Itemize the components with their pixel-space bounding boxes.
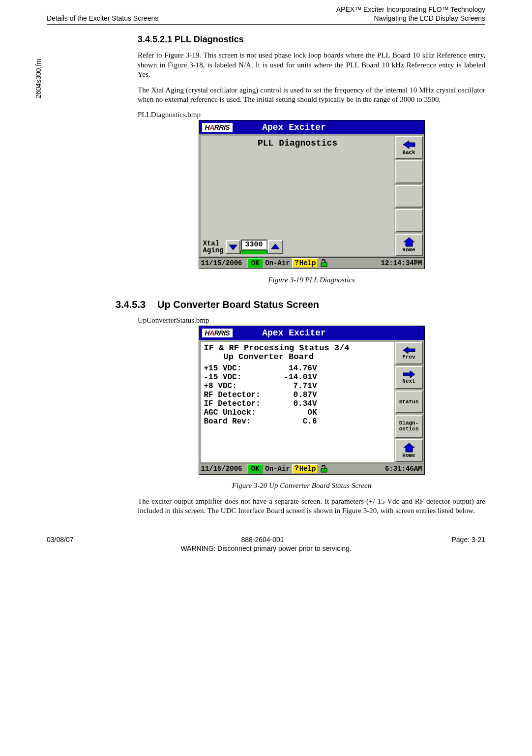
footer-page: Page: 3-21 (452, 536, 486, 544)
status-value: OK (273, 408, 317, 417)
lock-indicator (318, 465, 329, 473)
xtal-value[interactable]: 3300 (241, 240, 267, 250)
side-button-empty-3[interactable] (395, 209, 423, 232)
header-left: Details of the Exciter Status Screens (47, 14, 158, 23)
unlock-icon (319, 259, 328, 267)
svg-marker-6 (403, 371, 415, 378)
xtal-label-2: Aging (203, 247, 224, 254)
harris-logo: HARRIS (202, 123, 233, 132)
lcd-status-bar: 11/15/2006 OK On-Air ?Help 6:31:46AM (199, 463, 424, 474)
status-value: C.6 (273, 417, 317, 426)
status-value: 0.87V (273, 391, 317, 399)
help-button[interactable]: ?Help (292, 464, 319, 474)
status-value: 0.34V (273, 399, 317, 408)
lcd-screenshot-upconv: HARRIS Apex Exciter IF & RF Processing S… (199, 326, 425, 475)
arrow-down-icon (229, 243, 237, 251)
lcd-main-area: IF & RF Processing Status 3/4 Up Convert… (201, 342, 394, 462)
figure-caption-19: Figure 3-19 PLL Diagnostics (138, 276, 485, 284)
lcd-titlebar: HARRIS Apex Exciter (199, 121, 424, 134)
section-heading-upconv: 3.4.5.3Up Converter Board Status Screen (116, 299, 485, 310)
status-value: 14.76V (273, 364, 317, 373)
lcd-status-bar: 11/15/2006 OK On-Air ?Help 12:14:34PM (199, 257, 424, 269)
bmp-filename-1: PLLDiagnostics.bmp (138, 111, 485, 119)
arrow-left-icon (402, 346, 416, 354)
svg-rect-4 (321, 263, 327, 267)
arrow-left-icon (402, 140, 416, 150)
status-row: +8 VDC:7.71V (204, 382, 394, 391)
svg-marker-2 (403, 141, 415, 149)
lcd-app-title: Apex Exciter (262, 328, 326, 338)
status-label: -15 VDC: (204, 373, 273, 382)
xtal-aging-control: Xtal Aging 3300 (203, 240, 283, 254)
prev-button[interactable]: Prev (395, 342, 423, 364)
lcd-app-title: Apex Exciter (262, 122, 326, 132)
arrow-up-icon (271, 243, 280, 251)
status-row: Board Rev:C.6 (204, 417, 394, 426)
figure-caption-20: Figure 3-20 Up Converter Board Status Sc… (118, 482, 485, 490)
status-row: RF Detector:0.87V (204, 391, 394, 399)
status-row: -15 VDC:-14.01V (204, 373, 394, 382)
svg-marker-0 (229, 245, 237, 250)
page-header: Details of the Exciter Status Screens AP… (47, 5, 485, 25)
svg-marker-7 (404, 443, 414, 452)
status-value: 7.71V (273, 382, 317, 391)
lcd-screen-title-line2: Up Converter Board (201, 352, 394, 362)
section-heading-pll: 3.4.5.2.1 PLL Diagnostics (138, 34, 485, 45)
lock-indicator (318, 259, 329, 267)
side-button-empty-1[interactable] (395, 160, 423, 183)
bmp-filename-2: UpConverterStatus.bmp (138, 316, 485, 325)
para-pll-2: The Xtal Aging (crystal oscillator aging… (138, 86, 485, 105)
home-icon (403, 443, 415, 453)
status-label: +15 VDC: (204, 364, 273, 373)
footer-docnum: 888-2604-001 (241, 536, 284, 544)
lcd-screen-title: PLL Diagnostics (201, 136, 394, 148)
next-button[interactable]: Next (395, 366, 423, 389)
status-rows: +15 VDC:14.76V-15 VDC:-14.01V+8 VDC:7.71… (201, 362, 394, 426)
svg-marker-5 (403, 347, 415, 354)
xtal-increment-button[interactable] (268, 240, 283, 254)
status-time: 12:14:34PM (380, 259, 423, 267)
home-button[interactable]: Home (395, 439, 423, 462)
source-filename: 2604s300.fm (34, 59, 42, 98)
help-button[interactable]: ?Help (292, 258, 319, 268)
status-onair: On-Air (263, 259, 292, 267)
status-row: +15 VDC:14.76V (204, 364, 394, 373)
back-button[interactable]: Back (395, 136, 423, 159)
status-row: AGC Unlock:OK (204, 408, 394, 417)
lcd-main-area: PLL Diagnostics Xtal Aging 3300 (201, 136, 394, 256)
arrow-right-icon (402, 370, 416, 378)
harris-logo: HARRIS (202, 329, 233, 337)
lcd-titlebar: HARRIS Apex Exciter (199, 326, 424, 340)
xtal-decrement-button[interactable] (226, 240, 240, 254)
status-label: IF Detector: (204, 399, 273, 408)
home-button[interactable]: Home (395, 234, 423, 256)
xtal-slider-bar[interactable] (240, 250, 268, 254)
home-icon (403, 237, 415, 247)
lcd-screen-title-line1: IF & RF Processing Status 3/4 (201, 342, 394, 352)
status-button[interactable]: Status (395, 391, 423, 413)
status-row: IF Detector:0.34V (204, 399, 394, 408)
header-right-1: APEX™ Exciter Incorporating FLO™ Technol… (336, 5, 485, 14)
status-time: 6:31:46AM (384, 465, 423, 473)
question-icon: ? (295, 259, 299, 267)
page-footer: 03/08/07 888-2604-001 Page: 3-21 WARNING… (47, 536, 485, 552)
unlock-icon (319, 465, 328, 473)
svg-marker-1 (271, 244, 279, 249)
footer-date: 03/08/07 (47, 536, 74, 544)
side-button-empty-2[interactable] (395, 185, 423, 208)
status-label: RF Detector: (204, 391, 273, 399)
status-value: -14.01V (273, 373, 317, 382)
footer-warning: WARNING: Disconnect primary power prior … (47, 544, 485, 552)
diagnostics-button[interactable]: Diagn- ostics (395, 415, 423, 437)
status-date: 11/15/2006 (200, 465, 247, 473)
svg-rect-8 (321, 468, 327, 472)
para-pll-1: Refer to Figure 3-19. This screen is not… (138, 51, 485, 80)
status-label: +8 VDC: (204, 382, 273, 391)
status-date: 11/15/2006 (200, 259, 247, 267)
status-onair: On-Air (263, 465, 292, 473)
question-icon: ? (295, 465, 299, 473)
status-label: Board Rev: (204, 417, 273, 426)
para-upconv: The exciter output amplifier does not ha… (138, 497, 485, 516)
status-ok-indicator: OK (247, 258, 264, 268)
svg-marker-3 (404, 238, 414, 246)
